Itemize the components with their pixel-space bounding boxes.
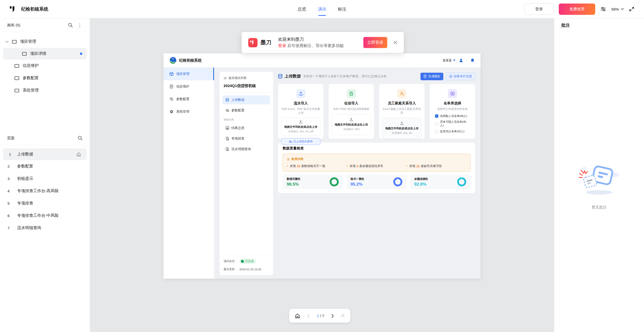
page-label: 流水明细查询 bbox=[17, 225, 41, 231]
mock-sidebar-item-system[interactable]: 系统管理 bbox=[163, 105, 214, 118]
metric-completeness: 数据完整性 98.5% bbox=[283, 175, 343, 189]
next-page-icon[interactable] bbox=[330, 314, 334, 318]
more-options-icon[interactable]: ⋮ bbox=[77, 23, 83, 28]
tree-item-project-detail-selected[interactable]: 项目详情 bbox=[3, 48, 87, 60]
upload-tray-icon bbox=[350, 118, 353, 121]
mock-nav-special-check[interactable]: 专项排查 bbox=[223, 134, 270, 143]
page-item-7[interactable]: 7 流水明细查询 bbox=[0, 222, 90, 234]
metric-label: 余额连续性 bbox=[414, 177, 428, 181]
mock-main-actions: 生成报告 拉取本行信息 bbox=[420, 73, 475, 80]
banner-login-link[interactable]: 登录 bbox=[278, 44, 286, 48]
mock-header-right: 某某某 bbox=[443, 58, 475, 63]
metric-format: 格式一致性 95.2% bbox=[347, 175, 407, 189]
mock-nav-params[interactable]: 参数配置 bbox=[223, 106, 270, 115]
mock-nav-label: 上传数据 bbox=[231, 98, 244, 102]
tree-item-param-config[interactable]: 参数配置 bbox=[0, 72, 90, 84]
home-page-icon bbox=[76, 152, 81, 157]
canvas-header-label: 画布 (5) bbox=[7, 23, 20, 28]
cube-icon bbox=[169, 72, 174, 76]
mock-sidebar-item-info[interactable]: 信息维护 bbox=[163, 80, 214, 93]
generate-report-button[interactable]: 生成报告 bbox=[420, 73, 443, 80]
checkbox-unchecked[interactable] bbox=[435, 122, 438, 126]
report-icon bbox=[423, 75, 427, 78]
option-label: 历史可疑人员名单(45人) bbox=[440, 120, 470, 128]
user-avatar-icon[interactable] bbox=[459, 58, 463, 63]
page-item-6[interactable]: 6 专项排查工作台-中风险 bbox=[0, 210, 90, 222]
page-label: 参数配置 bbox=[17, 164, 33, 169]
option-label: 监管关注名单(32人) bbox=[440, 130, 464, 133]
mock-sidebar-item-projects[interactable]: 项目管理 bbox=[163, 68, 214, 80]
checkbox-checked[interactable] bbox=[435, 114, 438, 118]
tab-annotate[interactable]: 标注 bbox=[338, 6, 347, 12]
page-item-1[interactable]: 1 上传数据 bbox=[3, 148, 87, 160]
tab-overview[interactable]: 总览 bbox=[298, 6, 306, 12]
page-item-2[interactable]: 2 参数配置 bbox=[0, 160, 90, 173]
page-total: 7 bbox=[322, 314, 324, 318]
dropzone-formats: 支持格式: html bbox=[333, 128, 370, 131]
metric-value: 98.5% bbox=[287, 182, 300, 187]
restart-icon[interactable]: ↺ bbox=[341, 313, 345, 318]
dropzone-flow[interactable]: 拖拽文件到此处或点击上传 支持格式: xlsx, xls, pdf bbox=[281, 118, 320, 136]
option-history-suspect[interactable]: 历史可疑人员名单(45人) bbox=[435, 120, 470, 128]
back-to-projects-link[interactable]: ↺ 返回项目列表 bbox=[224, 76, 269, 80]
dropzone-family[interactable]: 拖拽文件到此处或点击上传 支持格式: xlsx, xls bbox=[382, 118, 421, 139]
document-search-icon bbox=[226, 147, 229, 151]
zoom-level-dropdown[interactable]: 58% bbox=[611, 7, 624, 11]
sliders-gear-icon bbox=[226, 109, 229, 112]
fullscreen-icon[interactable] bbox=[629, 6, 634, 12]
mock-nav-flow-detail[interactable]: 流水明细查询 bbox=[223, 145, 270, 154]
bell-icon[interactable] bbox=[470, 58, 475, 63]
login-button[interactable]: 登录 bbox=[524, 4, 554, 15]
pull-bank-info-button[interactable]: 拉取本行信息 bbox=[446, 73, 475, 80]
close-icon[interactable] bbox=[393, 40, 397, 45]
page-item-5[interactable]: 5 专项排查 bbox=[0, 197, 90, 210]
cloud-download-icon bbox=[449, 75, 452, 78]
page-label: 上传数据 bbox=[17, 152, 33, 157]
mock-sidebar-item-params[interactable]: 参数配置 bbox=[163, 93, 214, 105]
banner-description: 登录 后可使用标注、导出等更多功能 bbox=[278, 44, 344, 48]
tab-present[interactable]: 演示 bbox=[318, 6, 326, 12]
page-item-3[interactable]: 3 初核提示 bbox=[0, 173, 90, 185]
option-regulator-watch[interactable]: 监管关注名单(32人) bbox=[435, 130, 470, 133]
updated-label: 最后更新： bbox=[224, 267, 237, 271]
dropzone-credit[interactable]: 拖拽文件到此处或点击上传 支持格式: html bbox=[332, 114, 371, 135]
prev-page-icon[interactable] bbox=[307, 314, 311, 318]
login-now-button[interactable]: 立即登录 bbox=[363, 37, 387, 48]
tree-item-project-management[interactable]: 项目管理 bbox=[0, 35, 90, 48]
mock-nav-upload-data[interactable]: 上传数据 bbox=[223, 95, 270, 104]
empty-comments-illustration bbox=[578, 162, 621, 196]
page-label: 初核提示 bbox=[17, 176, 33, 181]
chevron-down-icon[interactable] bbox=[6, 41, 12, 43]
mock-nav-label: 专项排查 bbox=[231, 136, 244, 141]
upload-icon bbox=[296, 89, 305, 98]
mock-nav-section-label: 初核结果 bbox=[224, 118, 269, 121]
mock-sidebar-label: 项目管理 bbox=[176, 72, 189, 76]
page-item-4[interactable]: 4 专项排查工作台-高风险 bbox=[0, 185, 90, 197]
mock-content-area: ↺ 返回项目列表 2024Q1信贷部初核 上传数据 参数配置 bbox=[214, 68, 481, 279]
search-icon[interactable] bbox=[68, 23, 73, 28]
search-icon[interactable] bbox=[78, 136, 83, 141]
mock-nav-label: 流水明细查询 bbox=[231, 147, 251, 151]
mock-app-header: 纪检初核系统 某某某 bbox=[163, 53, 481, 68]
page-navigation-toolbar: 1 / 7 ↺ bbox=[289, 309, 350, 323]
id-card-icon bbox=[448, 89, 457, 98]
mock-main-subtitle: 支持在一个项目中上传多个主体/账户数据，进行汇总/独立分析 bbox=[303, 74, 387, 78]
quality-warning-box: ⚠ 检查结果 发现 23 条数据格式不一致 发现 bbox=[283, 154, 470, 172]
presentation-canvas[interactable]: 墨刀 欢迎来到墨刀 登录 后可使用标注、导出等更多功能 立即登录 纪检 bbox=[90, 18, 554, 332]
settings-sliders-icon[interactable] bbox=[600, 6, 606, 12]
checkbox-unchecked[interactable] bbox=[435, 130, 438, 133]
uploaded-flow-query-button[interactable]: 已上传流水查询 bbox=[281, 138, 320, 145]
card-title: 名单库选择 bbox=[433, 101, 472, 106]
free-use-button[interactable]: 免费使用 bbox=[559, 4, 595, 15]
card-family-import: 员工家庭关系导入 Excel 模板上传员工家庭关系信息 拖拽文件到此处或点击上传… bbox=[379, 84, 425, 139]
tree-item-info-maintenance[interactable]: 信息维护 bbox=[0, 60, 90, 72]
quality-issue: 发现 12 条缺失关键字段 bbox=[406, 164, 466, 168]
mock-nav-result-overview[interactable]: 结果总览 bbox=[223, 123, 270, 133]
metric-balance: 余额连续性 92.8% bbox=[410, 175, 470, 189]
tree-item-system-management[interactable]: 系统管理 bbox=[0, 84, 90, 97]
home-icon[interactable] bbox=[295, 313, 300, 319]
option-high-risk[interactable]: 高风险人员名单(68人) bbox=[435, 114, 470, 118]
page-number: 5 bbox=[0, 201, 17, 205]
page-title: 纪检初核系统 bbox=[21, 6, 48, 12]
mock-user-menu[interactable]: 某某某 bbox=[443, 58, 455, 63]
